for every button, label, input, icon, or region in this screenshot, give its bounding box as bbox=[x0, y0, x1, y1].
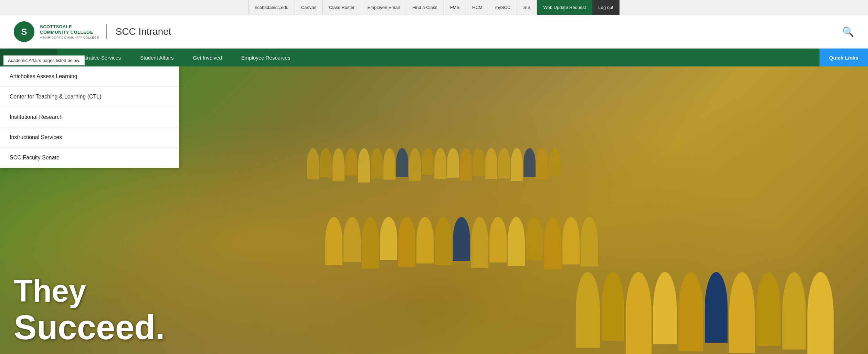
dropdown-item-instructional-services[interactable]: Instructional Services bbox=[0, 127, 179, 148]
topbar-link-class-roster[interactable]: Class Roster bbox=[323, 0, 361, 15]
topbar-link-fms[interactable]: FMS bbox=[444, 0, 466, 15]
maricopa-label: A MARICOPA COMMUNITY COLLEGE bbox=[40, 36, 99, 39]
topbar-link-scottsdalecc[interactable]: scottsdalecc.edu bbox=[248, 0, 295, 15]
logo-area: S SCOTTSDALE COMMUNITY COLLEGE A MARICOP… bbox=[14, 21, 171, 42]
nav-item-employee-resources[interactable]: Employee Resources bbox=[232, 49, 300, 66]
top-utility-bar: scottsdalecc.edu Canvas Class Roster Emp… bbox=[0, 0, 868, 15]
nav-item-get-involved[interactable]: Get Involved bbox=[183, 49, 232, 66]
site-header: S SCOTTSDALE COMMUNITY COLLEGE A MARICOP… bbox=[0, 15, 868, 49]
dropdown-item-artichokes[interactable]: Artichokes Assess Learning bbox=[0, 66, 179, 87]
hero-text-line2: Succeed. bbox=[14, 308, 165, 346]
dropdown-item-faculty-senate[interactable]: SCC Faculty Senate bbox=[0, 148, 179, 168]
topbar-link-canvas[interactable]: Canvas bbox=[295, 0, 323, 15]
topbar-link-employee-email[interactable]: Employee Email bbox=[361, 0, 406, 15]
nav-item-student-affairs[interactable]: Student Affairs bbox=[130, 49, 183, 66]
site-title: SCC Intranet bbox=[116, 26, 171, 37]
college-name-line1: SCOTTSDALE bbox=[40, 24, 99, 30]
hero-text: They Succeed. bbox=[14, 274, 165, 346]
topbar-link-myscc[interactable]: mySCC bbox=[489, 0, 517, 15]
search-icon: 🔍 bbox=[842, 27, 854, 37]
topbar-link-hcm[interactable]: HCM bbox=[466, 0, 489, 15]
dropdown-item-institutional-research[interactable]: Institutional Research bbox=[0, 107, 179, 127]
topbar-link-sis[interactable]: SIS bbox=[517, 0, 537, 15]
college-logo: S bbox=[14, 21, 34, 42]
academic-affairs-dropdown: Academic Affairs pages listed below. Art… bbox=[0, 66, 179, 168]
main-navigation: Academic Affairs Administrative Services… bbox=[0, 49, 868, 66]
search-button[interactable]: 🔍 bbox=[842, 26, 854, 38]
college-name-line2: COMMUNITY COLLEGE bbox=[40, 30, 99, 35]
logout-button[interactable]: Log out bbox=[592, 0, 620, 15]
college-name-block: SCOTTSDALE COMMUNITY COLLEGE A MARICOPA … bbox=[40, 24, 107, 39]
topbar-link-find-class[interactable]: Find a Class bbox=[406, 0, 444, 15]
dropdown-item-ctl[interactable]: Center for Teaching & Learning (CTL) bbox=[0, 87, 179, 107]
hero-text-line1: They bbox=[14, 274, 165, 308]
quick-links-button[interactable]: Quick Links bbox=[819, 49, 868, 66]
dropdown-tooltip: Academic Affairs pages listed below. bbox=[3, 55, 85, 65]
web-update-request-button[interactable]: Web Update Request bbox=[537, 0, 592, 15]
